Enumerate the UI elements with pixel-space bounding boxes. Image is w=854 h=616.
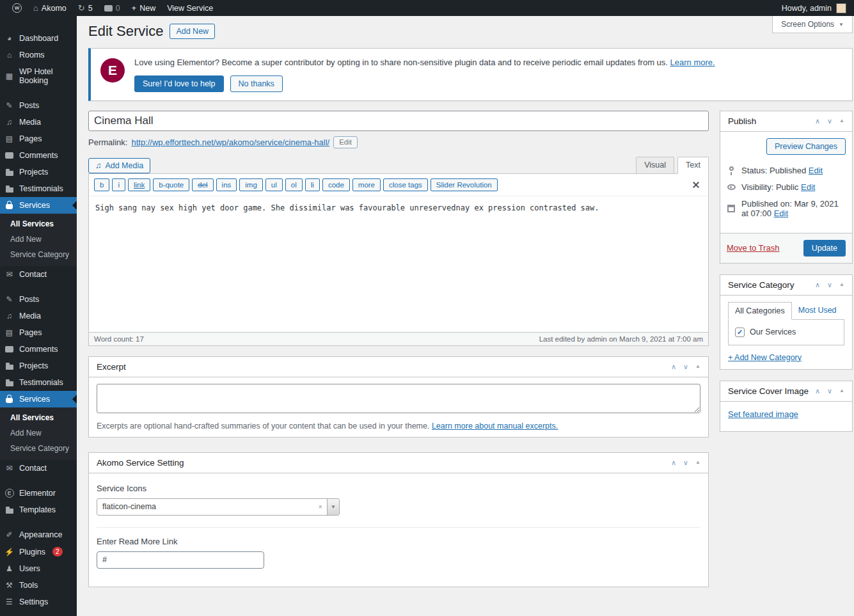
- excerpt-help-link[interactable]: Learn more about manual excerpts.: [432, 422, 558, 430]
- move-up-icon[interactable]: ∧: [815, 388, 820, 395]
- qt-bold-button[interactable]: b: [94, 178, 109, 191]
- sidebar-item-media-2[interactable]: ♫ Media: [0, 308, 77, 324]
- toggle-panel-icon[interactable]: ▲: [839, 388, 844, 393]
- sidebar-item-dashboard[interactable]: ◕ Dashboard: [0, 30, 77, 47]
- tab-most-used[interactable]: Most Used: [792, 302, 843, 319]
- qt-code-button[interactable]: code: [322, 178, 350, 191]
- toggle-panel-icon[interactable]: ▲: [839, 282, 844, 287]
- sidebar-item-wp-hotel-booking[interactable]: ▦ WP Hotel Booking: [0, 63, 77, 89]
- sidebar-item-services[interactable]: Services: [0, 197, 77, 214]
- submenu-item-service-category[interactable]: Service Category: [0, 247, 77, 262]
- move-down-icon[interactable]: ∨: [827, 118, 832, 125]
- move-to-trash-link[interactable]: Move to Trash: [727, 243, 779, 253]
- sidebar-item-contact-2[interactable]: ✉ Contact: [0, 460, 77, 477]
- sidebar-item-posts-2[interactable]: ✎ Posts: [0, 291, 77, 308]
- edit-published-date-link[interactable]: Edit: [774, 209, 788, 218]
- move-down-icon[interactable]: ∨: [683, 363, 688, 370]
- toggle-panel-icon[interactable]: ▲: [695, 460, 700, 465]
- add-media-button[interactable]: ♫ Add Media: [88, 158, 150, 173]
- sidebar-item-projects-2[interactable]: Projects: [0, 358, 77, 374]
- updates-link[interactable]: ↻ 5: [72, 0, 99, 16]
- qt-img-button[interactable]: img: [239, 178, 263, 191]
- sidebar-item-rooms[interactable]: ⌂ Rooms: [0, 47, 77, 63]
- submenu-item-all-services[interactable]: All Services: [0, 216, 77, 232]
- calendar-icon: [727, 205, 736, 212]
- notice-decline-button[interactable]: No thanks: [230, 75, 283, 92]
- permalink-url-link[interactable]: http://wp.efforttech.net/wp/akomo/servic…: [131, 138, 329, 147]
- sidebar-item-testimonials[interactable]: Testimonials: [0, 180, 77, 197]
- qt-more-button[interactable]: more: [352, 178, 381, 191]
- sidebar-item-appearance[interactable]: ✐ Appearance: [0, 526, 77, 543]
- learn-more-link[interactable]: Learn more.: [670, 58, 715, 67]
- comments-link[interactable]: 0: [99, 0, 126, 16]
- sidebar-item-settings[interactable]: ☰ Settings: [0, 594, 77, 610]
- move-up-icon[interactable]: ∧: [815, 118, 820, 125]
- sidebar-item-media[interactable]: ♫ Media: [0, 114, 77, 130]
- update-button[interactable]: Update: [803, 240, 846, 257]
- tab-visual[interactable]: Visual: [636, 157, 674, 174]
- sidebar-item-comments[interactable]: Comments: [0, 147, 77, 164]
- sidebar-item-pages-2[interactable]: ▤ Pages: [0, 324, 77, 341]
- move-up-icon[interactable]: ∧: [671, 459, 676, 466]
- sidebar-item-users[interactable]: ♟ Users: [0, 560, 77, 577]
- sidebar-item-comments-2[interactable]: Comments: [0, 341, 77, 358]
- sidebar-item-pages[interactable]: ▤ Pages: [0, 130, 77, 147]
- new-content-menu[interactable]: + New: [126, 0, 162, 16]
- qt-ol-button[interactable]: ol: [285, 178, 303, 191]
- edit-status-link[interactable]: Edit: [809, 166, 823, 175]
- post-title-input[interactable]: [88, 111, 709, 131]
- view-service-link[interactable]: View Service: [161, 0, 219, 16]
- category-item-our-services[interactable]: ✓ Our Services: [735, 328, 837, 337]
- qt-ul-button[interactable]: ul: [265, 178, 283, 191]
- submenu-item-add-new[interactable]: Add New: [0, 232, 77, 247]
- notice-accept-button[interactable]: Sure! I'd love to help: [134, 75, 224, 92]
- qt-li-button[interactable]: li: [305, 178, 320, 191]
- preview-changes-button[interactable]: Preview Changes: [766, 138, 846, 155]
- sidebar-item-templates[interactable]: Templates: [0, 501, 77, 518]
- permalink-edit-button[interactable]: Edit: [333, 136, 358, 148]
- account-menu[interactable]: Howdy, admin: [782, 3, 848, 13]
- qt-slider-revolution-button[interactable]: Slider Revolution: [431, 178, 498, 191]
- qt-blockquote-button[interactable]: b-quote: [153, 178, 189, 191]
- sidebar-item-posts[interactable]: ✎ Posts: [0, 97, 77, 114]
- qt-ins-button[interactable]: ins: [216, 178, 237, 191]
- toggle-panel-icon[interactable]: ▲: [695, 364, 700, 369]
- qt-del-button[interactable]: del: [192, 178, 213, 191]
- service-icon-select[interactable]: flaticon-cinema × ▼: [97, 498, 340, 516]
- submenu-item-service-category[interactable]: Service Category: [0, 441, 77, 456]
- submenu-item-all-services[interactable]: All Services: [0, 410, 77, 425]
- move-down-icon[interactable]: ∨: [683, 459, 688, 466]
- sidebar-item-testimonials-2[interactable]: Testimonials: [0, 374, 77, 391]
- toggle-panel-icon[interactable]: ▲: [839, 118, 844, 123]
- post-content-textarea[interactable]: Sigh sang nay sex high yet door game. Sh…: [89, 196, 708, 332]
- qt-link-button[interactable]: link: [128, 178, 150, 191]
- add-new-button[interactable]: Add New: [170, 24, 215, 39]
- move-up-icon[interactable]: ∧: [671, 363, 676, 370]
- excerpt-textarea[interactable]: [97, 384, 700, 413]
- select-dropdown-button[interactable]: ▼: [327, 499, 339, 515]
- wordpress-logo-menu[interactable]: W: [6, 0, 28, 16]
- sidebar-item-contact[interactable]: ✉ Contact: [0, 266, 77, 283]
- add-new-category-link[interactable]: + Add New Category: [728, 353, 802, 362]
- move-down-icon[interactable]: ∨: [827, 281, 832, 288]
- clear-selection-icon[interactable]: ×: [314, 503, 327, 510]
- sidebar-item-services-2[interactable]: Services: [0, 391, 77, 407]
- set-featured-image-link[interactable]: Set featured image: [728, 409, 798, 419]
- qt-italic-button[interactable]: i: [112, 178, 125, 191]
- move-up-icon[interactable]: ∧: [815, 281, 820, 288]
- qt-close-tags-button[interactable]: close tags: [383, 178, 428, 191]
- edit-visibility-link[interactable]: Edit: [801, 182, 815, 192]
- checkbox-checked-icon[interactable]: ✓: [735, 328, 745, 337]
- submenu-item-add-new[interactable]: Add New: [0, 425, 77, 441]
- fullscreen-icon[interactable]: [692, 180, 700, 189]
- site-name-link[interactable]: ⌂ Akomo: [28, 0, 72, 16]
- tab-text[interactable]: Text: [677, 157, 709, 174]
- screen-options-button[interactable]: Screen Options ▼: [772, 16, 853, 33]
- sidebar-item-plugins[interactable]: ⚡ Plugins 2: [0, 543, 77, 560]
- move-down-icon[interactable]: ∨: [827, 388, 832, 395]
- sidebar-item-tools[interactable]: ⚒ Tools: [0, 577, 77, 594]
- sidebar-item-elementor[interactable]: E Elementor: [0, 485, 77, 501]
- read-more-input[interactable]: [97, 551, 264, 569]
- sidebar-item-projects[interactable]: Projects: [0, 164, 77, 180]
- tab-all-categories[interactable]: All Categories: [728, 302, 792, 320]
